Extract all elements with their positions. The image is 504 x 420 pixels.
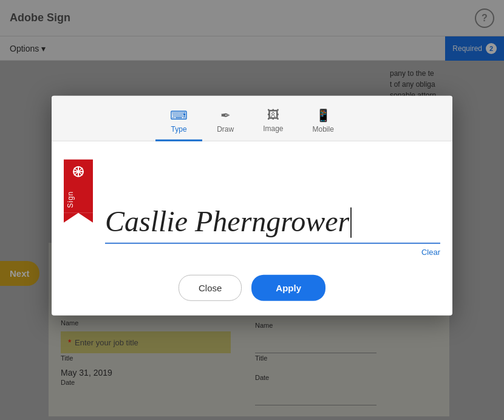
modal-body: Sign Casllie Pherngrower Clear (52, 141, 452, 275)
acrobat-icon (66, 164, 90, 190)
tab-image[interactable]: 🖼 Image (248, 103, 298, 141)
sign-text: Sign (66, 191, 75, 208)
image-icon: 🖼 (267, 108, 279, 122)
tab-draw[interactable]: ✒ Draw (202, 103, 248, 141)
modal-footer: Close Apply (52, 275, 452, 316)
signature-modal: ⌨ Type ✒ Draw 🖼 Image 📱 Mobile (52, 96, 452, 316)
tab-image-label: Image (263, 124, 283, 133)
signature-text: Casllie Pherngrower (105, 205, 349, 238)
tab-type-label: Type (171, 125, 187, 134)
tab-mobile-label: Mobile (313, 125, 334, 134)
close-button[interactable]: Close (179, 275, 242, 301)
signature-display[interactable]: Casllie Pherngrower (105, 154, 440, 244)
apply-button[interactable]: Apply (251, 275, 325, 301)
keyboard-icon: ⌨ (170, 108, 188, 123)
sign-logo-mark: Sign (64, 160, 93, 213)
mobile-icon: 📱 (316, 108, 331, 123)
clear-button[interactable]: Clear (105, 248, 440, 257)
pen-icon: ✒ (220, 108, 231, 123)
text-cursor (350, 208, 352, 238)
tab-mobile[interactable]: 📱 Mobile (298, 103, 349, 141)
tab-draw-label: Draw (217, 125, 234, 134)
adobe-sign-logo: Sign (64, 154, 93, 257)
signature-input-area: Casllie Pherngrower Clear (105, 154, 440, 257)
tab-type[interactable]: ⌨ Type (155, 103, 202, 141)
modal-tabs: ⌨ Type ✒ Draw 🖼 Image 📱 Mobile (52, 96, 452, 141)
